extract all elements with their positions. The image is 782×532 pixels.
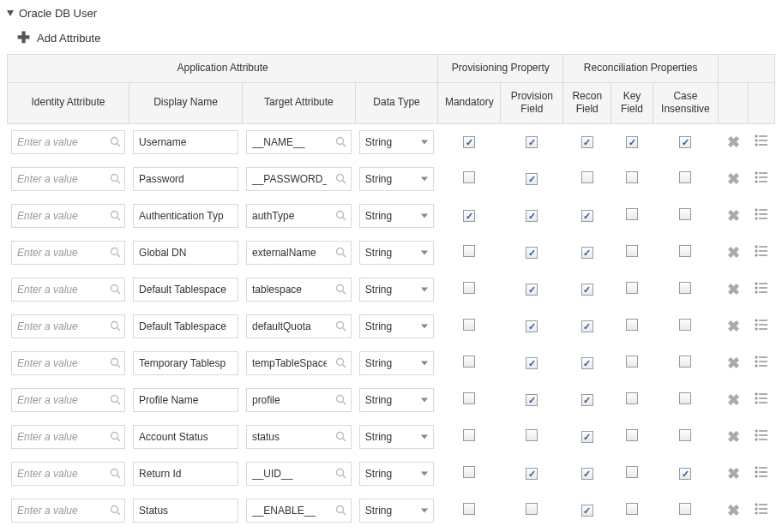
row-options-button[interactable] (755, 465, 768, 479)
checkbox[interactable] (463, 171, 475, 183)
display-name-input[interactable] (133, 241, 238, 265)
delete-row-button[interactable]: ✖ (727, 391, 740, 409)
checkbox[interactable] (626, 392, 638, 404)
checkbox[interactable] (463, 429, 475, 441)
target-input[interactable] (247, 205, 332, 227)
display-name-input[interactable] (133, 204, 238, 228)
checkbox[interactable] (626, 208, 638, 220)
display-name-input[interactable] (133, 462, 238, 486)
search-icon[interactable] (105, 247, 124, 258)
checkbox[interactable] (526, 247, 538, 259)
checkbox[interactable] (581, 284, 593, 296)
checkbox[interactable] (581, 505, 593, 517)
search-icon[interactable] (105, 173, 124, 184)
checkbox[interactable] (581, 247, 593, 259)
identity-input[interactable] (12, 352, 105, 374)
checkbox[interactable] (463, 245, 475, 257)
checkbox[interactable] (626, 356, 638, 368)
search-icon[interactable] (332, 173, 351, 184)
identity-input[interactable] (12, 426, 105, 448)
delete-row-button[interactable]: ✖ (727, 427, 740, 446)
checkbox[interactable] (526, 320, 538, 332)
identity-input[interactable] (12, 463, 105, 485)
checkbox[interactable] (463, 136, 475, 148)
checkbox[interactable] (526, 284, 538, 296)
target-input[interactable] (247, 352, 332, 374)
search-icon[interactable] (105, 320, 124, 332)
checkbox[interactable] (626, 503, 638, 515)
checkbox[interactable] (581, 171, 593, 183)
datatype-select[interactable]: String (359, 167, 434, 191)
checkbox[interactable] (526, 357, 538, 369)
row-options-button[interactable] (755, 244, 768, 258)
add-attribute-button[interactable]: ✚ Add Attribute (17, 30, 100, 45)
target-input[interactable] (247, 315, 332, 338)
search-icon[interactable] (332, 284, 351, 295)
checkbox[interactable] (581, 210, 593, 222)
checkbox[interactable] (679, 282, 691, 294)
checkbox[interactable] (626, 466, 638, 478)
search-icon[interactable] (105, 505, 124, 516)
row-options-button[interactable] (755, 207, 768, 221)
display-name-input[interactable] (133, 278, 238, 302)
datatype-select[interactable]: String (359, 388, 434, 412)
display-name-input[interactable] (133, 425, 238, 449)
checkbox[interactable] (526, 173, 538, 185)
delete-row-button[interactable]: ✖ (727, 501, 740, 520)
row-options-button[interactable] (755, 281, 768, 295)
row-options-button[interactable] (755, 170, 768, 184)
target-input[interactable] (247, 389, 332, 411)
datatype-select[interactable]: String (359, 499, 434, 523)
checkbox[interactable] (526, 394, 538, 406)
checkbox[interactable] (526, 136, 538, 148)
row-options-button[interactable] (755, 355, 768, 368)
checkbox[interactable] (526, 210, 538, 222)
datatype-select[interactable]: String (359, 241, 434, 265)
checkbox[interactable] (463, 503, 475, 515)
row-options-button[interactable] (755, 134, 768, 147)
checkbox[interactable] (626, 319, 638, 331)
checkbox[interactable] (626, 245, 638, 257)
target-input[interactable] (247, 463, 332, 485)
identity-input[interactable] (12, 131, 105, 153)
row-options-button[interactable] (755, 318, 768, 332)
checkbox[interactable] (679, 429, 691, 441)
datatype-select[interactable]: String (359, 204, 434, 228)
checkbox[interactable] (626, 171, 638, 183)
display-name-input[interactable] (133, 388, 238, 412)
search-icon[interactable] (332, 247, 351, 258)
search-icon[interactable] (332, 431, 351, 442)
target-input[interactable] (247, 426, 332, 448)
search-icon[interactable] (105, 394, 124, 405)
datatype-select[interactable]: String (359, 278, 434, 302)
checkbox[interactable] (679, 319, 691, 331)
target-input[interactable] (247, 168, 332, 190)
target-input[interactable] (247, 131, 332, 153)
search-icon[interactable] (332, 136, 351, 147)
display-name-input[interactable] (133, 167, 238, 191)
search-icon[interactable] (105, 468, 124, 479)
display-name-input[interactable] (133, 314, 238, 338)
identity-input[interactable] (12, 278, 105, 301)
row-options-button[interactable] (755, 392, 768, 405)
delete-row-button[interactable]: ✖ (727, 464, 740, 483)
checkbox[interactable] (463, 392, 475, 404)
checkbox[interactable] (679, 356, 691, 368)
search-icon[interactable] (332, 320, 351, 332)
target-input[interactable] (247, 499, 332, 522)
search-icon[interactable] (105, 136, 124, 147)
checkbox[interactable] (526, 468, 538, 480)
identity-input[interactable] (12, 242, 105, 264)
checkbox[interactable] (626, 136, 638, 148)
search-icon[interactable] (105, 284, 124, 295)
delete-row-button[interactable]: ✖ (727, 206, 740, 225)
search-icon[interactable] (332, 505, 351, 516)
identity-input[interactable] (12, 168, 105, 190)
search-icon[interactable] (332, 357, 351, 368)
delete-row-button[interactable]: ✖ (727, 317, 740, 336)
datatype-select[interactable]: String (359, 314, 434, 338)
checkbox[interactable] (679, 392, 691, 404)
checkbox[interactable] (463, 466, 475, 478)
checkbox[interactable] (581, 136, 593, 148)
identity-input[interactable] (12, 499, 105, 522)
